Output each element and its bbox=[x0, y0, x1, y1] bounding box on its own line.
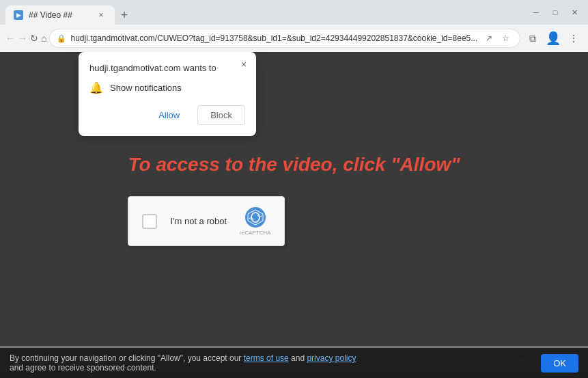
bottom-notification-bar: By continuing your navigation or clickin… bbox=[0, 348, 588, 378]
back-button[interactable]: ← bbox=[5, 29, 15, 48]
tab-title: ## Video ## bbox=[29, 10, 90, 20]
address-bar: ← → ↻ ⌂ 🔒 hudji.tgandmotivat.com/CUWEO?t… bbox=[0, 25, 588, 52]
allow-highlight: "Allow" bbox=[391, 154, 460, 175]
popup-buttons: Allow Block bbox=[89, 105, 245, 125]
recaptcha-label: I'm not a robot bbox=[167, 216, 230, 226]
popup-notification-text: Show notifications bbox=[110, 83, 182, 93]
share-button[interactable]: ↗ bbox=[481, 31, 496, 46]
popup-close-button[interactable]: × bbox=[237, 57, 251, 71]
url-actions: ↗ ☆ bbox=[481, 31, 513, 46]
video-overlay-text: To access to the video, click "Allow" I'… bbox=[128, 154, 460, 246]
maximize-button[interactable]: □ bbox=[547, 4, 563, 21]
window-controls: ─ □ ✕ bbox=[528, 4, 583, 21]
active-tab[interactable]: ▶ ## Video ## × bbox=[5, 5, 115, 25]
bottom-bar-text: By continuing your navigation or clickin… bbox=[10, 353, 534, 373]
title-bar: ▶ ## Video ## × + ─ □ ✕ bbox=[0, 0, 588, 25]
menu-button[interactable]: ⋮ bbox=[564, 29, 583, 48]
block-button[interactable]: Block bbox=[197, 105, 245, 125]
video-cta-text: To access to the video, click "Allow" bbox=[128, 154, 460, 176]
forward-button[interactable]: → bbox=[18, 29, 27, 48]
recaptcha-icon bbox=[244, 206, 266, 228]
notification-popup: × hudji.tgandmotivat.com wants to 🔔 Show… bbox=[79, 52, 256, 136]
profile-button[interactable]: 👤 bbox=[544, 29, 563, 48]
tab-close-icon[interactable]: × bbox=[96, 10, 107, 21]
terms-link[interactable]: terms of use bbox=[244, 353, 289, 363]
bookmark-button[interactable]: ☆ bbox=[498, 31, 513, 46]
tab-bar: ▶ ## Video ## × + bbox=[5, 0, 522, 25]
bell-icon: 🔔 bbox=[89, 81, 103, 94]
recaptcha-widget[interactable]: I'm not a robot reCAPTCHA bbox=[128, 196, 285, 246]
privacy-link[interactable]: privacy policy bbox=[307, 353, 356, 363]
viewport: To access to the video, click "Allow" I'… bbox=[0, 52, 588, 378]
popup-title: hudji.tgandmotivat.com wants to bbox=[89, 63, 245, 73]
refresh-button[interactable]: ↻ bbox=[30, 29, 38, 48]
minimize-button[interactable]: ─ bbox=[528, 4, 544, 21]
home-button[interactable]: ⌂ bbox=[41, 29, 46, 48]
lock-icon: 🔒 bbox=[57, 34, 66, 43]
url-text: hudji.tgandmotivat.com/CUWEO?tag_id=9137… bbox=[70, 33, 477, 43]
ok-button[interactable]: OK bbox=[541, 354, 578, 373]
recaptcha-checkbox[interactable] bbox=[142, 214, 157, 229]
toolbar-buttons: ⧉ 👤 ⋮ bbox=[523, 29, 583, 48]
tab-favicon: ▶ bbox=[14, 10, 23, 20]
recaptcha-logo: reCAPTCHA bbox=[240, 206, 270, 236]
new-tab-button[interactable]: + bbox=[115, 5, 134, 25]
allow-button[interactable]: Allow bbox=[146, 105, 192, 125]
url-bar[interactable]: 🔒 hudji.tgandmotivat.com/CUWEO?tag_id=91… bbox=[49, 29, 520, 48]
recaptcha-brand: reCAPTCHA bbox=[240, 230, 270, 236]
extensions-button[interactable]: ⧉ bbox=[523, 29, 542, 48]
close-button[interactable]: ✕ bbox=[566, 4, 583, 21]
browser-window: ▶ ## Video ## × + ─ □ ✕ ← → ↻ ⌂ 🔒 hudji.… bbox=[0, 0, 588, 378]
popup-notification-row: 🔔 Show notifications bbox=[89, 81, 245, 94]
